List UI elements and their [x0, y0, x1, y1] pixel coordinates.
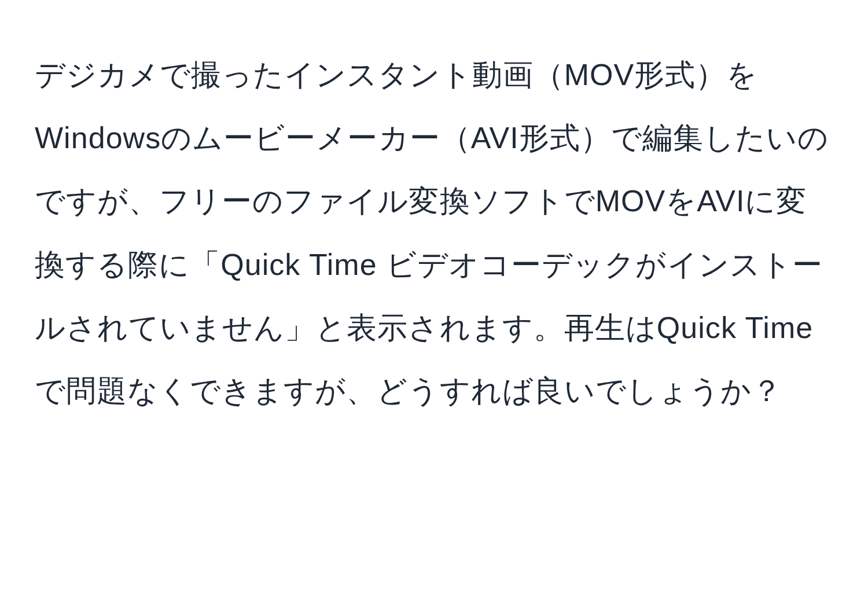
- document-body: デジカメで撮ったインスタント動画（MOV形式）をWindowsのムービーメーカー…: [35, 43, 833, 423]
- document-text: デジカメで撮ったインスタント動画（MOV形式）をWindowsのムービーメーカー…: [35, 58, 829, 407]
